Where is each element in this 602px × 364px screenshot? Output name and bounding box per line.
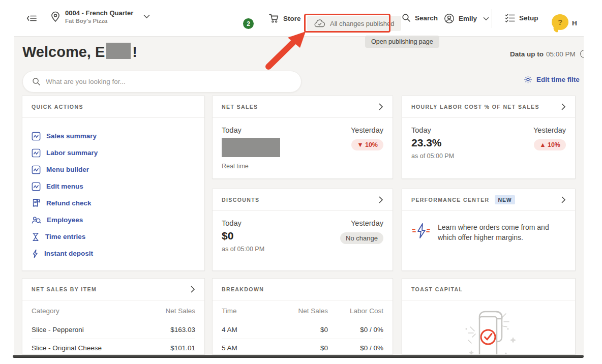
- help-label: H: [572, 19, 577, 27]
- net-sales-by-item-table: Category Net Sales Slice - Pepperoni $16…: [22, 300, 204, 355]
- collapse-menu-icon: [26, 13, 37, 23]
- redaction-box: [106, 43, 131, 59]
- user-name: Emily: [459, 15, 477, 22]
- card-title: PERFORMANCE CENTER: [411, 197, 490, 203]
- quick-actions-list: Sales summary Labor summary Menu builder…: [22, 118, 204, 271]
- table-header-row: Category Net Sales: [32, 300, 195, 321]
- clock-icon-partial: [580, 50, 584, 58]
- publish-status-label: All changes published: [330, 20, 394, 27]
- location-selector[interactable]: 0004 - French Quarter Fat Boy's Pizza: [50, 9, 150, 24]
- search-icon: [32, 77, 41, 86]
- publish-status-button[interactable]: All changes published: [307, 16, 401, 31]
- performance-center-card: PERFORMANCE CENTER NEW Learn where order…: [402, 189, 576, 271]
- location-subtitle: Fat Boy's Pizza: [65, 18, 133, 24]
- data-up-to-value: 05:00 PM: [546, 50, 576, 58]
- app-window: 0004 - French Quarter Fat Boy's Pizza 2 …: [14, 0, 584, 355]
- question-mark-icon: ?: [558, 18, 562, 26]
- line-chart-icon: [32, 148, 41, 158]
- user-avatar-icon: [444, 13, 455, 24]
- net-sales-by-item-card: NET SALES BY ITEM Category Net Sales Sli…: [22, 278, 205, 355]
- quick-action-time-entries[interactable]: Time entries: [32, 228, 195, 245]
- table-header-row: Time Net Sales Labor Cost: [222, 300, 383, 321]
- location-pin-icon: [50, 11, 61, 23]
- chevron-right-icon[interactable]: [191, 286, 195, 293]
- chevron-right-icon[interactable]: [561, 196, 566, 203]
- cart-icon: [268, 13, 279, 23]
- quick-action-edit-menus[interactable]: Edit menus: [32, 178, 195, 195]
- discounts-card: DISCOUNTS Today $0 as of 05:00 PM Yester…: [212, 189, 393, 271]
- quick-action-refund-check[interactable]: Refund check: [32, 195, 195, 211]
- chevron-right-icon[interactable]: [561, 103, 566, 110]
- quick-actions-card: QUICK ACTIONS Sales summary Labor summar…: [22, 96, 205, 271]
- collapse-sidebar-button[interactable]: [26, 13, 37, 23]
- chevron-down-icon: [483, 17, 489, 21]
- yesterday-label: Yesterday: [351, 126, 383, 134]
- net-sales-card: NET SALES Today Real time Yesterday ▼ 10…: [212, 96, 393, 179]
- new-badge: NEW: [495, 195, 516, 204]
- setup-label: Setup: [519, 14, 538, 22]
- page-title: Welcome, E!: [22, 43, 137, 60]
- line-chart-icon: [32, 132, 41, 141]
- capital-receipt-illustration-icon: [453, 305, 524, 355]
- table-row: 4 AM $0 $0 / 0%: [222, 321, 383, 339]
- change-badge: No change: [340, 232, 383, 244]
- card-title: QUICK ACTIONS: [32, 104, 83, 110]
- search-input[interactable]: [46, 78, 292, 85]
- table-row: Slice - Pepperoni $163.03: [32, 321, 195, 339]
- card-title: DISCOUNTS: [222, 197, 259, 203]
- data-up-to: Data up to 05:00 PM: [510, 50, 584, 58]
- search-button[interactable]: Search: [402, 13, 438, 22]
- top-nav-bar: 0004 - French Quarter Fat Boy's Pizza 2 …: [14, 0, 584, 37]
- data-up-to-label: Data up to: [510, 50, 544, 58]
- table-row: 5 AM $0 $0 / 0%: [222, 339, 383, 355]
- quick-action-sales-summary[interactable]: Sales summary: [32, 128, 195, 144]
- spark-bolt-icon: [411, 222, 431, 242]
- change-badge: ▲ 10%: [534, 139, 566, 150]
- gear-icon: [524, 75, 532, 84]
- line-chart-icon: [32, 182, 41, 191]
- notification-count-badge[interactable]: 2: [243, 18, 254, 29]
- table-row: Slice - Original Cheese $101.01: [32, 339, 195, 355]
- breakdown-table: Time Net Sales Labor Cost 4 AM $0 $0 / 0…: [213, 300, 393, 355]
- search-icon: [402, 13, 411, 22]
- user-menu[interactable]: Emily: [444, 13, 489, 24]
- setup-checklist-icon: [505, 13, 515, 23]
- quick-action-employees[interactable]: Employees: [32, 211, 195, 228]
- card-title: TOAST CAPITAL: [411, 286, 463, 292]
- as-of-note: as of 05:00 PM: [222, 246, 264, 253]
- quick-action-instant-deposit[interactable]: Instant deposit: [32, 245, 195, 262]
- yesterday-label: Yesterday: [533, 126, 566, 134]
- people-search-icon: [32, 216, 41, 225]
- card-title: BREAKDOWN: [222, 286, 264, 292]
- cloud-check-icon: [314, 19, 325, 28]
- lightning-icon: [32, 249, 39, 258]
- edit-time-filter-button[interactable]: Edit time filte: [524, 75, 580, 84]
- quick-action-labor-summary[interactable]: Labor summary: [32, 144, 195, 161]
- topbar-divider: [492, 9, 492, 28]
- toast-capital-card: TOAST CAPITAL: [402, 278, 576, 355]
- as-of-note: as of 05:00 PM: [411, 153, 454, 160]
- today-label: Today: [222, 126, 280, 134]
- card-title: NET SALES: [222, 104, 258, 110]
- store-button[interactable]: Store: [268, 13, 301, 23]
- chevron-down-icon: [143, 14, 150, 19]
- card-title: NET SALES BY ITEM: [32, 286, 97, 292]
- change-badge: ▼ 10%: [351, 139, 383, 150]
- global-search-bar[interactable]: [22, 71, 302, 93]
- search-label: Search: [415, 14, 438, 22]
- real-time-note: Real time: [222, 163, 280, 170]
- redaction-box: [222, 138, 280, 157]
- labor-cost-card: HOURLY LABOR COST % OF NET SALES Today 2…: [402, 96, 576, 179]
- line-chart-icon: [32, 165, 41, 174]
- today-label: Today: [222, 219, 264, 227]
- location-name: 0004 - French Quarter: [65, 9, 133, 17]
- help-button[interactable]: ?: [552, 14, 568, 30]
- quick-action-menu-builder[interactable]: Menu builder: [32, 161, 195, 178]
- chevron-right-icon[interactable]: [379, 196, 383, 203]
- discounts-value: $0: [222, 230, 264, 242]
- hourglass-icon: [32, 232, 40, 241]
- publish-tooltip: Open publishing page: [365, 36, 439, 48]
- chevron-right-icon[interactable]: [379, 103, 383, 110]
- window-bottom-edge: [13, 355, 584, 358]
- setup-button[interactable]: Setup: [505, 13, 538, 23]
